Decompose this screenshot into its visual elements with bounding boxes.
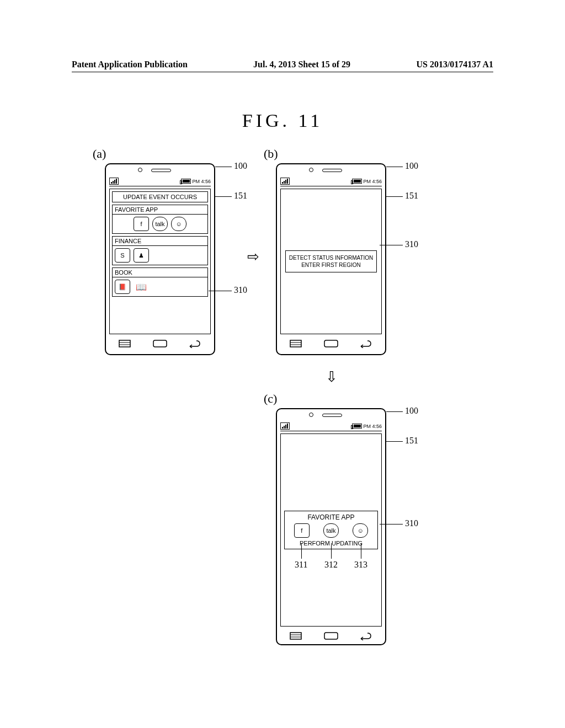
status-time: PM 4:56 — [363, 179, 382, 184]
battery-group: PM 4:56 — [352, 179, 382, 184]
phone-a-container: PM 4:56 UPDATE EVENT OCCURS FAVORITE APP… — [105, 163, 215, 355]
section-book-body: 📕 📖 — [113, 277, 207, 296]
ref-b-100: 100 — [405, 161, 418, 171]
status-bar-b: PM 4:56 — [280, 176, 382, 186]
battery-group: PM 4:56 — [181, 179, 211, 184]
home-icon[interactable] — [323, 339, 339, 348]
signal-icon — [109, 178, 119, 185]
signal-icon — [280, 422, 290, 430]
leader-b-310 — [380, 245, 403, 245]
home-icon[interactable] — [152, 339, 168, 348]
leader-a-151 — [215, 196, 232, 197]
svg-rect-7 — [324, 340, 338, 347]
ref-b-151: 151 — [405, 191, 418, 201]
screen-c: FAVORITE APP f talk ☺ PERFORM UPDATING — [280, 433, 382, 627]
message-box: DETECT STATUS INFORMATION ENTER FIRST RE… — [285, 250, 377, 272]
app-icon-book2[interactable]: 📖 — [134, 280, 149, 294]
phone-top-b — [277, 164, 385, 175]
app-icon-talk[interactable]: talk — [323, 523, 339, 538]
speaker-icon — [322, 414, 342, 417]
camera-icon — [138, 168, 142, 172]
ref-311: 311 — [295, 560, 307, 570]
phone-b-container: PM 4:56 DETECT STATUS INFORMATION ENTER … — [276, 163, 386, 355]
app-icon-face[interactable]: ☺ — [353, 523, 368, 538]
section-favorite-body: f talk ☺ — [113, 215, 207, 233]
speaker-icon — [322, 169, 342, 172]
arrow-right-icon: ⇨ — [247, 248, 259, 265]
section-finance: FINANCE S ♟ — [112, 236, 208, 265]
back-icon[interactable] — [356, 631, 373, 640]
leader-a-100 — [215, 167, 232, 167]
nav-bar-a — [109, 336, 211, 351]
leader-c-151 — [386, 441, 403, 442]
battery-icon — [352, 424, 362, 429]
ref-c-310: 310 — [405, 518, 418, 528]
ref-c-151: 151 — [405, 436, 418, 446]
ref-313: 313 — [354, 560, 367, 570]
section-favorite: FAVORITE APP f talk ☺ — [112, 205, 208, 234]
phone-b: PM 4:56 DETECT STATUS INFORMATION ENTER … — [276, 163, 386, 355]
phone-top — [106, 164, 214, 175]
phone-a: PM 4:56 UPDATE EVENT OCCURS FAVORITE APP… — [105, 163, 215, 355]
ref-b-310: 310 — [405, 239, 418, 249]
app-icon-face[interactable]: ☺ — [171, 217, 186, 231]
app-icon-s[interactable]: S — [115, 248, 130, 263]
nav-bar-b — [280, 336, 382, 351]
update-banner: UPDATE EVENT OCCURS — [112, 191, 208, 202]
back-icon[interactable] — [356, 339, 373, 348]
svg-rect-4 — [290, 340, 301, 347]
arrow-down-icon: ⇩ — [326, 368, 338, 386]
menu-icon[interactable] — [289, 631, 306, 640]
back-icon[interactable] — [185, 339, 202, 348]
app-icon-f[interactable]: f — [294, 523, 310, 538]
leader-b-100 — [386, 167, 403, 167]
sublabel-a: (a) — [93, 147, 106, 161]
section-finance-body: S ♟ — [113, 246, 207, 265]
battery-icon — [352, 179, 362, 184]
card-row: f talk ☺ — [287, 523, 375, 538]
status-bar-c: PM 4:56 — [280, 421, 382, 431]
svg-rect-11 — [324, 633, 338, 639]
leader-b-151 — [386, 196, 403, 197]
svg-rect-0 — [119, 340, 130, 347]
leader-313 — [361, 543, 361, 559]
battery-group: PM 4:56 — [352, 424, 382, 429]
section-book-title: BOOK — [113, 268, 207, 277]
menu-icon[interactable] — [118, 339, 135, 348]
leader-c-100 — [386, 411, 403, 412]
card-title: FAVORITE APP — [287, 513, 375, 521]
app-icon-f[interactable]: f — [134, 217, 149, 231]
app-icon-talk[interactable]: talk — [152, 217, 168, 231]
leader-312 — [331, 543, 332, 559]
msg-line1: DETECT STATUS INFORMATION — [289, 254, 374, 261]
phone-c: PM 4:56 FAVORITE APP f talk ☺ PERFORM UP… — [276, 408, 386, 645]
msg-line2: ENTER FIRST REGION — [289, 261, 374, 269]
header-left: Patent Application Publication — [72, 60, 188, 69]
app-icon-book1[interactable]: 📕 — [115, 280, 130, 294]
status-time: PM 4:56 — [363, 424, 382, 429]
header-right: US 2013/0174137 A1 — [416, 60, 493, 69]
phone-c-container: PM 4:56 FAVORITE APP f talk ☺ PERFORM UP… — [276, 408, 386, 645]
sublabel-c: (c) — [264, 392, 277, 406]
section-book: BOOK 📕 📖 — [112, 267, 208, 297]
section-finance-title: FINANCE — [113, 237, 207, 246]
speaker-icon — [151, 169, 171, 172]
svg-rect-8 — [290, 633, 301, 639]
signal-icon — [280, 178, 290, 185]
menu-icon[interactable] — [289, 339, 306, 348]
phone-top-c — [277, 409, 385, 420]
sublabel-b: (b) — [264, 147, 278, 161]
leader-a-310 — [209, 291, 232, 291]
camera-icon — [309, 168, 313, 172]
section-favorite-title: FAVORITE APP — [113, 205, 207, 215]
ref-312: 312 — [324, 560, 338, 570]
leader-c-310 — [380, 524, 403, 524]
ref-a-310: 310 — [234, 285, 247, 295]
ref-a-100: 100 — [234, 161, 247, 171]
home-icon[interactable] — [323, 631, 339, 640]
screen-a: UPDATE EVENT OCCURS FAVORITE APP f talk … — [109, 189, 211, 334]
screen-b: DETECT STATUS INFORMATION ENTER FIRST RE… — [280, 189, 382, 334]
header-center: Jul. 4, 2013 Sheet 15 of 29 — [253, 60, 350, 69]
app-icon-chess[interactable]: ♟ — [134, 248, 149, 263]
figure-title: FIG. 11 — [0, 110, 565, 131]
